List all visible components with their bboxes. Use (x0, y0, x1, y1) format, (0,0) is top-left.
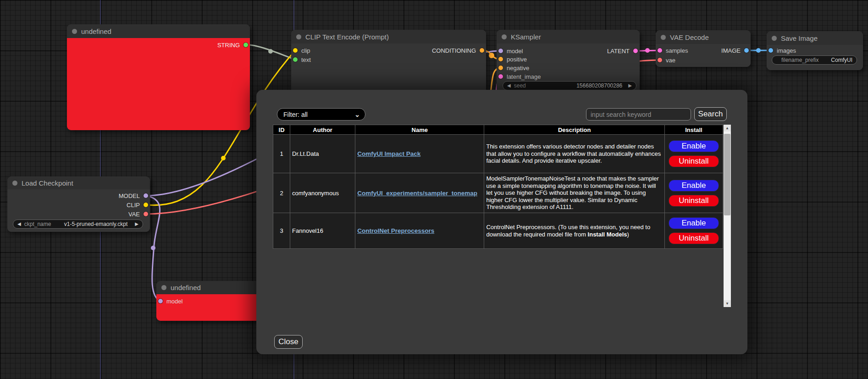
node-title-text: VAE Decode (670, 33, 709, 41)
output-label: LATENT (607, 48, 630, 55)
widget-decrement-icon[interactable]: ◀ (17, 222, 21, 226)
table-row: 2 comfyanonymous ComfyUI_experiments/sam… (273, 173, 723, 213)
node-title-bar[interactable]: VAE Decode (656, 30, 751, 44)
extension-link[interactable]: ComfyUI Impact Pack (357, 150, 420, 157)
node-title-text: CLIP Text Encode (Prompt) (305, 33, 389, 41)
enable-button[interactable]: Enable (669, 180, 719, 192)
input-slot-vae[interactable] (658, 58, 662, 62)
widget-value[interactable]: v1-5-pruned-emaonly.ckpt (64, 221, 128, 227)
widget-name: seed (514, 82, 526, 89)
header-name: Name (355, 125, 484, 135)
scrollbar-thumb[interactable] (724, 134, 730, 215)
cell-description: ModelSamplerTonemapNoiseTest a node that… (484, 173, 664, 213)
filename-prefix-widget[interactable]: filename_prefix ComfyUI (772, 55, 857, 65)
search-input[interactable] (586, 108, 691, 121)
node-title-bar[interactable]: Load Checkpoint (7, 176, 150, 189)
enable-button[interactable]: Enable (669, 217, 719, 229)
header-install: Install (664, 125, 723, 135)
input-slot-samples[interactable] (658, 48, 662, 53)
output-label: MODEL (119, 192, 140, 199)
output-slot-conditioning[interactable] (480, 48, 484, 53)
table-scrollbar[interactable]: ▲ ▼ (724, 125, 731, 307)
cell-install: Enable Uninstall (664, 135, 723, 173)
node-collapse-icon[interactable] (296, 34, 301, 39)
cell-description: ControlNet Preprocessors. (To use this e… (484, 213, 664, 249)
input-label: latent_image (507, 73, 541, 80)
uninstall-button[interactable]: Uninstall (669, 155, 719, 167)
input-slot-clip[interactable] (293, 48, 298, 53)
input-slot-images[interactable] (768, 48, 773, 53)
table-header-row: ID Author Name Description Install (273, 125, 723, 135)
widget-value[interactable]: 156680208700286 (576, 82, 622, 89)
filter-select-value: Filter: all (283, 111, 308, 118)
input-label: vae (666, 57, 675, 64)
node-title-bar[interactable]: CLIP Text Encode (Prompt) (291, 30, 486, 44)
extension-link[interactable]: ComfyUI_experiments/sampler_tonemap (357, 190, 477, 197)
description-text: ) (627, 231, 629, 238)
node-title-bar[interactable]: Save Image (767, 31, 863, 45)
node-undefined-top[interactable]: undefined STRING (67, 24, 250, 130)
input-label: samples (666, 47, 688, 54)
uninstall-button[interactable]: Uninstall (669, 195, 719, 207)
node-title-text: undefined (81, 27, 111, 35)
input-label: positive (507, 56, 527, 63)
uninstall-button[interactable]: Uninstall (669, 232, 719, 244)
search-button[interactable]: Search (694, 107, 727, 121)
ckpt-name-widget[interactable]: ◀ ckpt_name v1-5-pruned-emaonly.ckpt ▶ (13, 220, 143, 229)
input-label: clip (301, 47, 310, 54)
output-label: STRING (217, 42, 240, 49)
table-row: 1 Dr.Lt.Data ComfyUI Impact Pack This ex… (273, 135, 723, 173)
input-slot-latent-image[interactable] (498, 74, 503, 79)
output-label: IMAGE (721, 47, 741, 54)
output-label: VAE (128, 211, 140, 218)
output-slot-model[interactable] (144, 193, 148, 198)
cell-author: Dr.Lt.Data (290, 135, 355, 173)
widget-decrement-icon[interactable]: ◀ (507, 83, 511, 88)
input-label: text (301, 56, 311, 63)
cell-author: Fannovel16 (290, 213, 355, 249)
node-collapse-icon[interactable] (772, 36, 777, 41)
node-collapse-icon[interactable] (161, 285, 166, 290)
widget-value[interactable]: ComfyUI (831, 57, 852, 63)
scroll-down-icon[interactable]: ▼ (724, 300, 731, 307)
widget-increment-icon[interactable]: ▶ (628, 83, 632, 88)
output-slot-image[interactable] (744, 48, 749, 53)
input-slot-negative[interactable] (498, 66, 503, 70)
node-collapse-icon[interactable] (72, 29, 77, 34)
seed-widget[interactable]: ◀ seed 156680208700286 ▶ (503, 81, 636, 90)
node-load-checkpoint[interactable]: Load Checkpoint MODEL CLIP VAE ◀ ckpt_na… (7, 176, 150, 232)
close-button[interactable]: Close (274, 335, 303, 349)
filter-select[interactable]: Filter: all ⌄ (277, 108, 365, 121)
input-slot-positive[interactable] (498, 57, 503, 61)
input-slot-model[interactable] (158, 299, 163, 303)
header-id: ID (273, 125, 290, 135)
input-slot-text[interactable] (293, 57, 298, 62)
node-title-text: KSampler (511, 33, 541, 41)
node-save-image[interactable]: Save Image images filename_prefix ComfyU… (767, 31, 863, 70)
node-title-text: Load Checkpoint (22, 179, 73, 187)
output-slot-string[interactable] (243, 43, 248, 47)
node-title-bar[interactable]: KSampler (497, 30, 640, 44)
extension-link[interactable]: ControlNet Preprocessors (357, 227, 434, 234)
node-title-bar[interactable]: undefined (67, 24, 250, 38)
node-vae-decode[interactable]: VAE Decode samples vae IMAGE (656, 30, 751, 67)
node-collapse-icon[interactable] (12, 181, 17, 186)
output-slot-clip[interactable] (144, 203, 148, 207)
header-author: Author (290, 125, 355, 135)
widget-increment-icon[interactable]: ▶ (135, 222, 138, 226)
enable-button[interactable]: Enable (669, 140, 719, 152)
input-slot-model[interactable] (498, 49, 503, 53)
header-description: Description (484, 125, 664, 135)
node-undefined-bottom[interactable]: undefined model (156, 281, 266, 321)
node-collapse-icon[interactable] (661, 35, 666, 40)
node-ksampler[interactable]: KSampler model positive negative latent_… (497, 30, 640, 96)
table-row: 3 Fannovel16 ControlNet Preprocessors Co… (273, 213, 723, 249)
output-slot-vae[interactable] (144, 212, 148, 216)
node-collapse-icon[interactable] (502, 34, 507, 39)
input-label: negative (507, 65, 529, 71)
scroll-up-icon[interactable]: ▲ (724, 125, 731, 132)
description-bold-text: Install Models (588, 231, 627, 238)
node-title-bar[interactable]: undefined (156, 281, 266, 294)
output-slot-latent[interactable] (633, 49, 638, 53)
widget-name: filename_prefix (781, 57, 818, 63)
